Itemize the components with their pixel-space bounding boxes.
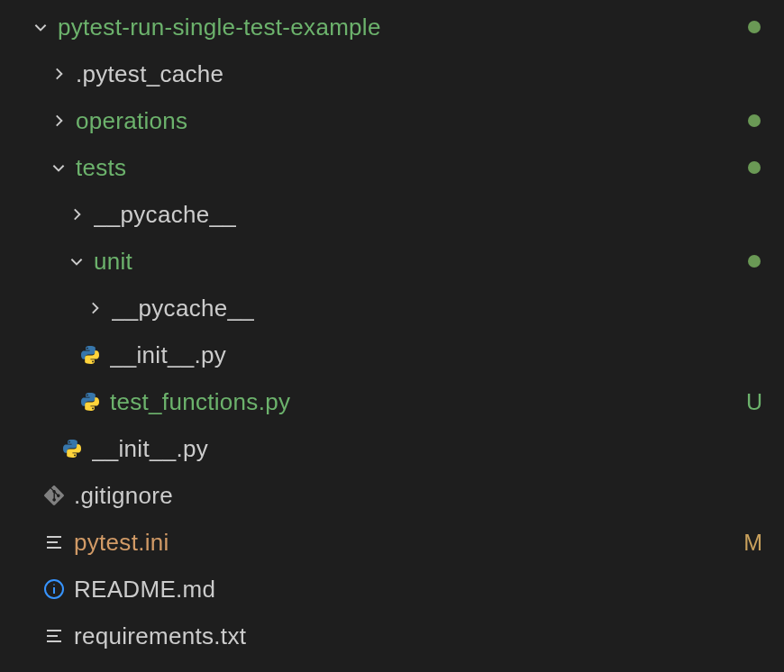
chevron-down-icon <box>67 251 87 271</box>
git-icon <box>43 485 65 506</box>
git-modified-dot <box>748 255 761 268</box>
tree-item-test-functions[interactable]: test_functions.py U <box>0 378 784 425</box>
git-modified-dot <box>748 21 761 33</box>
folder-label: .pytest_cache <box>76 60 766 88</box>
chevron-down-icon <box>31 17 50 37</box>
tree-item-tests[interactable]: tests <box>0 144 784 191</box>
chevron-right-icon <box>49 64 68 84</box>
file-label: README.md <box>74 576 766 604</box>
chevron-down-icon <box>49 158 68 177</box>
file-label: requirements.txt <box>74 622 766 650</box>
git-status-untracked: U <box>746 389 762 415</box>
chevron-right-icon <box>67 204 87 224</box>
python-icon <box>79 344 101 366</box>
file-label: test_functions.py <box>110 388 746 416</box>
folder-label: __pycache__ <box>94 201 766 229</box>
tree-item-readme[interactable]: README.md <box>0 566 784 613</box>
git-status-modified: M <box>743 530 762 556</box>
folder-label: tests <box>76 154 748 182</box>
info-icon <box>43 578 65 600</box>
tree-item-pytest-ini[interactable]: pytest.ini M <box>0 519 784 566</box>
python-icon <box>61 438 83 459</box>
tree-item-operations[interactable]: operations <box>0 97 784 144</box>
folder-label: pytest-run-single-test-example <box>58 14 748 41</box>
folder-label: __pycache__ <box>112 295 766 322</box>
file-label: .gitignore <box>74 482 766 510</box>
tree-item-root[interactable]: pytest-run-single-test-example <box>0 4 784 50</box>
file-label: pytest.ini <box>74 529 743 557</box>
file-label: __init__.py <box>92 435 766 463</box>
git-modified-dot <box>748 161 761 174</box>
svg-point-5 <box>53 584 55 586</box>
tree-item-unit-init[interactable]: __init__.py <box>0 331 784 378</box>
tree-item-gitignore[interactable]: .gitignore <box>0 472 784 519</box>
python-icon <box>79 391 101 413</box>
tree-item-pytest-cache[interactable]: .pytest_cache <box>0 50 784 97</box>
text-file-icon <box>43 531 65 553</box>
tree-item-unit-pycache[interactable]: __pycache__ <box>0 285 784 331</box>
folder-label: operations <box>76 107 748 135</box>
chevron-right-icon <box>85 298 105 318</box>
git-modified-dot <box>748 114 761 127</box>
file-label: __init__.py <box>110 341 766 369</box>
text-file-icon <box>43 625 65 647</box>
folder-label: unit <box>94 248 748 276</box>
tree-item-tests-pycache[interactable]: __pycache__ <box>0 191 784 238</box>
chevron-right-icon <box>49 111 68 131</box>
tree-item-requirements[interactable]: requirements.txt <box>0 613 784 659</box>
tree-item-tests-init[interactable]: __init__.py <box>0 425 784 472</box>
tree-item-unit[interactable]: unit <box>0 238 784 285</box>
